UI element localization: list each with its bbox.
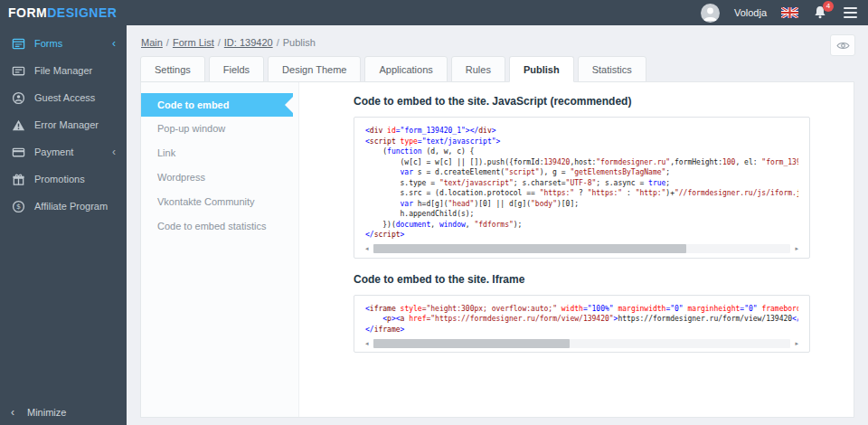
sidebar-item-label: Forms — [34, 38, 112, 49]
file-manager-icon — [11, 63, 25, 78]
sidebar-minimize-button[interactable]: ‹ Minimize — [0, 400, 127, 425]
logo-part-designer: DESIGNER — [47, 5, 117, 20]
scrollbar-track[interactable] — [373, 339, 790, 348]
user-icon — [701, 4, 720, 23]
submenu-item-wordpress[interactable]: Wordpress — [141, 165, 298, 190]
submenu-item-link[interactable]: Link — [141, 141, 298, 165]
code-block-javascript: <div id="form_139420_1"></div><script ty… — [354, 117, 810, 259]
scrollbar-thumb[interactable] — [373, 244, 686, 253]
error-manager-icon — [11, 118, 25, 132]
language-flag-icon[interactable] — [781, 7, 798, 18]
submenu-item-vkontakte-community[interactable]: Vkontakte Community — [141, 190, 298, 214]
sidebar-item-error-manager[interactable]: Error Manager — [0, 111, 127, 138]
chevron-left-icon: ‹ — [11, 406, 14, 419]
scroll-left-arrow-icon[interactable]: ◂ — [365, 339, 372, 347]
user-avatar[interactable] — [701, 4, 720, 23]
horizontal-scrollbar: ◂ ▸ — [365, 243, 798, 255]
submenu-item-code-to-embed[interactable]: Code to embed — [141, 93, 293, 117]
code-iframe[interactable]: <iframe style="height:300px; overflow:au… — [365, 304, 798, 335]
sidebar-item-label: File Manager — [34, 65, 116, 76]
sidebar-item-payment[interactable]: Payment ‹ — [0, 138, 127, 165]
scroll-right-arrow-icon[interactable]: ▸ — [792, 339, 798, 347]
tab-design-theme[interactable]: Design Theme — [268, 56, 361, 82]
user-name[interactable]: Volodja — [734, 7, 767, 18]
tab-publish[interactable]: Publish — [509, 56, 574, 82]
tab-settings[interactable]: Settings — [140, 56, 205, 82]
scrollbar-thumb[interactable] — [373, 339, 570, 348]
sidebar-item-affiliate-program[interactable]: $ Affiliate Program — [0, 193, 127, 220]
main-area: Main/Form List/ID: 139420/Publish Settin… — [127, 25, 868, 425]
notification-badge: 4 — [823, 1, 834, 12]
chevron-left-icon: ‹ — [112, 146, 116, 158]
eye-icon — [836, 41, 850, 51]
sidebar-item-promotions[interactable]: Promotions — [0, 165, 127, 193]
sidebar-item-file-manager[interactable]: File Manager — [0, 57, 127, 84]
promotions-icon — [11, 172, 25, 186]
code-javascript[interactable]: <div id="form_139420_1"></div><script ty… — [365, 126, 798, 241]
top-bar: FORMDESIGNER Volodja — [0, 0, 868, 25]
scroll-left-arrow-icon[interactable]: ◂ — [365, 245, 372, 253]
breadcrumb: Main/Form List/ID: 139420/Publish — [141, 37, 854, 48]
formdesigner-app: FORMDESIGNER Volodja — [0, 0, 868, 425]
breadcrumb-row: Main/Form List/ID: 139420/Publish — [127, 25, 868, 56]
scroll-right-arrow-icon[interactable]: ▸ — [792, 245, 798, 253]
submenu-item-code-to-embed-statistics[interactable]: Code to embed statistics — [141, 214, 298, 239]
horizontal-scrollbar: ◂ ▸ — [365, 337, 798, 349]
code-block-iframe: <iframe style="height:300px; overflow:au… — [354, 295, 810, 354]
breadcrumb-link-main[interactable]: Main — [141, 37, 163, 48]
tab-rules[interactable]: Rules — [451, 56, 505, 82]
logo-part-form: FORM — [8, 5, 47, 20]
publish-submenu: Code to embed Pop-up window Link Wordpre… — [141, 82, 299, 417]
sidebar-item-label: Guest Access — [34, 92, 116, 103]
svg-text:$: $ — [15, 203, 20, 211]
payment-icon — [11, 145, 25, 159]
guest-access-icon — [11, 90, 25, 105]
sidebar-item-label: Payment — [34, 146, 112, 157]
form-icon — [11, 36, 25, 51]
sidebar-item-guest-access[interactable]: Guest Access — [0, 84, 127, 111]
preview-button[interactable] — [830, 34, 855, 56]
sidebar-item-label: Promotions — [34, 174, 116, 184]
hamburger-icon — [844, 7, 857, 9]
breadcrumb-current: Publish — [283, 37, 316, 48]
notifications-button[interactable]: 4 — [813, 5, 829, 21]
topbar-controls: Volodja 4 — [701, 4, 868, 23]
section-title-javascript: Code to embed to the site. JavaScript (r… — [354, 95, 854, 108]
form-tabs: Settings Fields Design Theme Application… — [127, 56, 868, 82]
breadcrumb-link-form-list[interactable]: Form List — [173, 37, 214, 48]
sidebar: Forms ‹ File Manager Guest Access Er — [0, 25, 127, 425]
menu-toggle-button[interactable] — [844, 7, 857, 18]
scrollbar-track[interactable] — [373, 244, 790, 253]
breadcrumb-link-form-id[interactable]: ID: 139420 — [224, 37, 273, 48]
publish-panel: Code to embed Pop-up window Link Wordpre… — [140, 81, 854, 418]
affiliate-icon: $ — [11, 199, 25, 213]
embed-content: Code to embed to the site. JavaScript (r… — [299, 82, 854, 417]
tab-fields[interactable]: Fields — [209, 56, 264, 82]
minimize-label: Minimize — [27, 407, 66, 418]
sidebar-items: Forms ‹ File Manager Guest Access Er — [0, 25, 127, 220]
section-title-iframe: Code to embed to the site. Iframe — [354, 273, 854, 286]
submenu-item-popup-window[interactable]: Pop-up window — [141, 117, 298, 141]
chevron-left-icon: ‹ — [112, 37, 116, 50]
sidebar-item-label: Affiliate Program — [34, 201, 116, 212]
sidebar-item-forms[interactable]: Forms ‹ — [0, 30, 127, 57]
sidebar-item-label: Error Manager — [34, 119, 116, 130]
tab-applications[interactable]: Applications — [364, 56, 447, 82]
tab-statistics[interactable]: Statistics — [578, 56, 646, 82]
app-logo[interactable]: FORMDESIGNER — [0, 5, 117, 20]
